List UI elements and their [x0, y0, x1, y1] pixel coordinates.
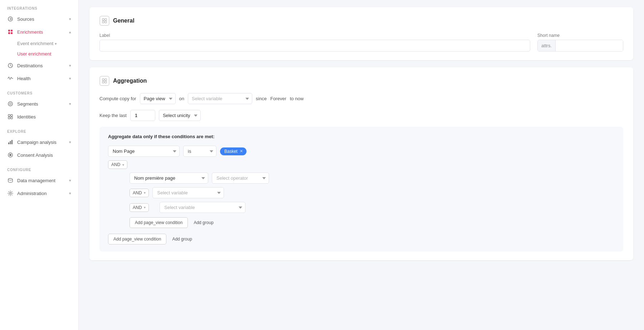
compute-copy-select[interactable]: Page view Event Session — [140, 93, 176, 104]
nested-field-1[interactable]: Nom première page — [130, 173, 208, 184]
segments-icon — [7, 101, 14, 107]
explore-section-label: EXPLORE — [0, 123, 78, 136]
nested-row-1: Nom première page Select operator — [130, 173, 615, 184]
on-label: on — [179, 96, 184, 101]
svg-rect-4 — [11, 32, 13, 34]
customers-section-label: CUSTOMERS — [0, 85, 78, 97]
condition-row-1: Nom Page is is not contains Basket ✕ — [108, 146, 615, 157]
svg-rect-3 — [8, 32, 10, 34]
and-badge-3-chevron: ▾ — [144, 205, 146, 209]
svg-rect-14 — [11, 140, 13, 144]
sidebar-item-destinations[interactable]: Destinations ▾ — [0, 59, 78, 72]
sidebar-item-enrichments[interactable]: Enrichments ▴ — [0, 25, 78, 38]
svg-rect-12 — [8, 142, 9, 144]
general-title: General — [113, 18, 135, 24]
health-icon — [7, 75, 14, 82]
variable-select[interactable]: Select variable — [188, 93, 252, 104]
data-management-icon — [7, 177, 14, 184]
basket-tag: Basket ✕ — [220, 147, 247, 155]
svg-rect-21 — [102, 21, 104, 23]
and-badge-2-chevron: ▾ — [144, 191, 146, 195]
outer-condition-actions: Add page_view condition Add group — [108, 234, 615, 244]
svg-rect-22 — [105, 21, 107, 23]
svg-rect-25 — [102, 81, 104, 83]
segments-label: Segments — [17, 101, 38, 107]
inner-add-condition-button[interactable]: Add page_view condition — [130, 217, 188, 228]
sidebar-item-event-enrichment[interactable]: Event enrichment ▾ — [0, 38, 78, 49]
and-badge-2[interactable]: AND ▾ — [130, 189, 149, 197]
user-enrichment-label: User enrichment — [17, 51, 51, 57]
since-label: since — [256, 96, 267, 101]
identities-icon — [7, 113, 14, 120]
svg-point-18 — [10, 193, 11, 194]
sidebar-item-campaign-analysis[interactable]: Campaign analysis ▾ — [0, 136, 78, 149]
and-badge-2-label: AND — [133, 190, 142, 195]
aggregation-section-icon — [99, 76, 109, 86]
and-badge-1[interactable]: AND ▾ — [108, 160, 127, 169]
label-input[interactable] — [99, 40, 530, 52]
outer-add-condition-button[interactable]: Add page_view condition — [108, 234, 166, 244]
keep-last-row: Keep the last Select unicity First Last … — [99, 110, 623, 121]
sidebar: INTEGRATIONS Sources ▾ Enrichments ▴ Eve… — [0, 0, 79, 330]
nested-conditions: Nom première page Select operator AND ▾ … — [130, 173, 615, 228]
general-form-row: Label Short name attrs. — [99, 33, 623, 52]
campaign-analysis-label: Campaign analysis — [17, 140, 57, 145]
label-field-label: Label — [99, 33, 530, 38]
data-management-chevron: ▾ — [69, 178, 71, 183]
short-name-prefix: attrs. — [538, 40, 556, 51]
event-enrichment-label: Event enrichment — [17, 41, 53, 46]
nested-variable-3-wrapper: Select variable — [160, 202, 245, 213]
nested-variable-3[interactable]: Select variable — [160, 202, 245, 213]
nested-operator-1[interactable]: Select operator — [212, 173, 269, 184]
identities-label: Identities — [17, 114, 36, 120]
keep-last-input[interactable] — [130, 110, 155, 121]
basket-tag-label: Basket — [224, 149, 238, 154]
aggregation-title: Aggregation — [113, 78, 147, 84]
label-group: Label — [99, 33, 530, 52]
svg-point-17 — [8, 179, 13, 180]
condition-operator-1[interactable]: is is not contains — [183, 146, 216, 157]
sidebar-item-segments[interactable]: Segments ▾ — [0, 97, 78, 110]
short-name-field[interactable] — [556, 40, 623, 51]
svg-point-6 — [8, 102, 13, 106]
short-name-input-wrapper: attrs. — [537, 40, 623, 52]
configure-section-label: CONFIGURE — [0, 161, 78, 174]
compute-copy-row: Compute copy for Page view Event Session… — [99, 93, 623, 104]
destinations-chevron: ▾ — [69, 63, 71, 68]
sidebar-item-user-enrichment[interactable]: User enrichment — [0, 49, 78, 59]
compute-copy-label: Compute copy for — [99, 96, 136, 101]
conditions-block: Aggregate data only if these conditions … — [99, 127, 623, 252]
sidebar-item-data-management[interactable]: Data management ▾ — [0, 174, 78, 187]
general-section-icon — [99, 16, 109, 26]
health-chevron: ▾ — [69, 76, 71, 81]
sidebar-item-consent-analysis[interactable]: Consent Analysis — [0, 149, 78, 161]
sidebar-item-identities[interactable]: Identities — [0, 110, 78, 123]
inner-add-group-button[interactable]: Add group — [192, 218, 215, 228]
nested-variable-2[interactable]: Select variable — [152, 187, 224, 198]
sidebar-item-administration[interactable]: Administration ▾ — [0, 187, 78, 200]
consent-analysis-icon — [7, 152, 14, 158]
unicity-select[interactable]: Select unicity First Last Count Sum — [159, 110, 201, 121]
sources-icon — [7, 16, 14, 22]
data-management-label: Data management — [17, 178, 55, 183]
condition-field-1[interactable]: Nom Page — [108, 146, 180, 157]
integrations-section-label: INTEGRATIONS — [0, 0, 78, 13]
sidebar-item-health[interactable]: Health ▾ — [0, 72, 78, 85]
short-name-group: Short name attrs. — [537, 33, 623, 52]
administration-chevron: ▾ — [69, 191, 71, 196]
basket-tag-remove[interactable]: ✕ — [240, 149, 243, 154]
enrichments-chevron: ▴ — [69, 30, 71, 34]
svg-rect-24 — [105, 79, 107, 81]
sidebar-item-sources[interactable]: Sources ▾ — [0, 13, 78, 25]
enrichments-label: Enrichments — [17, 29, 43, 35]
sources-chevron: ▾ — [69, 17, 71, 21]
svg-point-7 — [10, 103, 11, 105]
svg-rect-23 — [102, 79, 104, 81]
and-badge-3[interactable]: AND ▾ — [130, 203, 149, 212]
outer-add-group-button[interactable]: Add group — [171, 234, 193, 244]
svg-rect-1 — [8, 30, 10, 31]
svg-rect-26 — [105, 81, 107, 83]
inner-condition-actions: Add page_view condition Add group — [130, 217, 615, 228]
and-badge-3-label: AND — [133, 205, 142, 210]
svg-rect-20 — [105, 19, 107, 20]
